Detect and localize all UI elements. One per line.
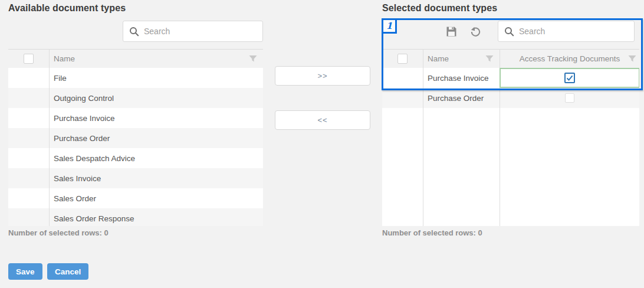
available-search-box: [123, 21, 263, 42]
table-row[interactable]: Purchase Invoice: [8, 108, 263, 128]
undo-button[interactable]: [469, 25, 482, 38]
table-row[interactable]: Sales Invoice: [8, 168, 263, 188]
available-search-input[interactable]: [144, 27, 257, 36]
available-types-title: Available document types: [8, 3, 126, 14]
focused-cell[interactable]: [500, 68, 639, 88]
column-divider: [423, 49, 423, 226]
row-name: Sales Despatch Advice: [54, 154, 135, 163]
row-name: Sales Order: [54, 194, 96, 203]
row-name: File: [54, 74, 67, 83]
select-all-checkbox[interactable]: [24, 54, 34, 64]
access-tracking-checkbox[interactable]: [565, 93, 574, 103]
access-tracking-checkbox[interactable]: [564, 73, 575, 83]
available-selected-rows-count: Number of selected rows: 0: [8, 228, 109, 237]
selected-search-box: [498, 21, 635, 42]
available-table-header: Name: [8, 49, 263, 68]
table-row[interactable]: Purchase Order: [8, 128, 263, 148]
undo-icon: [470, 26, 481, 37]
selected-types-title: Selected document types: [382, 3, 497, 14]
selected-table-header: Name Access Tracking Documents: [382, 49, 639, 68]
table-row[interactable]: Purchase Invoice: [382, 68, 639, 88]
row-name: Purchase Order: [54, 134, 110, 143]
column-divider: [49, 49, 50, 226]
row-name: Sales Invoice: [54, 174, 101, 183]
table-row[interactable]: Outgoing Control: [8, 88, 263, 108]
move-left-button[interactable]: <<: [275, 110, 370, 130]
filter-icon[interactable]: [249, 55, 257, 63]
table-row[interactable]: Purchase Order: [382, 88, 639, 108]
name-column-header[interactable]: Name: [54, 54, 75, 63]
search-icon: [504, 27, 514, 37]
row-name: Outgoing Control: [54, 94, 114, 103]
filter-icon[interactable]: [485, 55, 494, 63]
table-row[interactable]: Sales Order Response: [8, 208, 263, 226]
save-grid-button[interactable]: [445, 25, 458, 38]
save-button[interactable]: Save: [8, 263, 42, 280]
select-all-checkbox[interactable]: [397, 54, 408, 64]
access-tracking-column-header[interactable]: Access Tracking Documents: [520, 54, 620, 63]
table-row[interactable]: Sales Despatch Advice: [8, 148, 263, 168]
selected-search-input[interactable]: [519, 27, 628, 36]
filter-icon[interactable]: [628, 55, 636, 63]
cancel-button[interactable]: Cancel: [47, 263, 88, 280]
row-name: Purchase Order: [428, 94, 484, 103]
row-name: Sales Order Response: [54, 214, 134, 223]
search-icon: [129, 27, 139, 37]
available-table: Name File Outgoing Control Purchase Invo…: [8, 49, 263, 226]
selected-table: Name Access Tracking Documents Purchase …: [382, 49, 639, 226]
row-name: Purchase Invoice: [428, 74, 489, 83]
row-name: Purchase Invoice: [54, 114, 115, 123]
selected-rows-count: Number of selected rows: 0: [382, 228, 482, 237]
annotation-badge: 1: [382, 18, 397, 34]
empty-table-body: [382, 108, 639, 226]
name-column-header[interactable]: Name: [428, 54, 449, 63]
table-row[interactable]: File: [8, 68, 263, 88]
table-row[interactable]: Sales Order: [8, 188, 263, 208]
move-right-button[interactable]: >>: [275, 66, 370, 86]
save-icon: [446, 26, 457, 37]
